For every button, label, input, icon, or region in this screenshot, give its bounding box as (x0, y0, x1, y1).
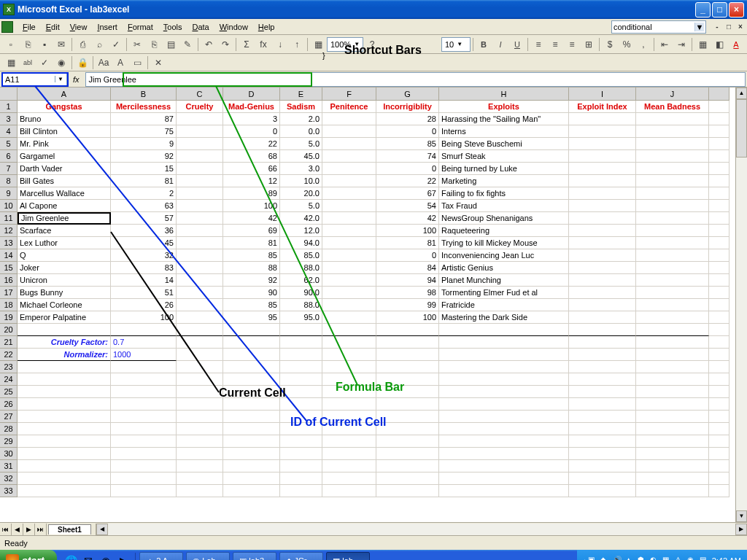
taskbar-task[interactable]: ▦lab... (326, 552, 370, 560)
abl-icon[interactable]: abl (20, 55, 36, 71)
data-cell[interactable] (280, 349, 322, 361)
autosum-icon[interactable]: Σ (239, 36, 255, 52)
data-cell[interactable] (636, 200, 709, 212)
data-cell[interactable] (439, 398, 569, 411)
data-cell[interactable] (636, 411, 709, 423)
data-cell[interactable]: 100 (376, 225, 439, 237)
cell[interactable] (709, 163, 729, 175)
row-header[interactable]: 10 (0, 200, 18, 212)
row-header[interactable]: 5 (0, 138, 18, 150)
taskbar-task[interactable]: ▣lab3 (233, 552, 276, 560)
data-cell[interactable] (177, 485, 223, 497)
data-cell[interactable]: Joker (18, 262, 111, 274)
spreadsheet-grid[interactable]: ABCDEFGHIJ1GangstasMercilessnessCrueltyM… (0, 88, 747, 522)
data-cell[interactable]: Artistic Genius (439, 262, 569, 274)
data-cell[interactable]: 69 (223, 225, 280, 237)
data-cell[interactable] (569, 274, 636, 287)
data-cell[interactable] (322, 361, 376, 373)
cell[interactable] (709, 175, 729, 187)
data-cell[interactable]: 20.0 (280, 187, 322, 200)
col-header[interactable]: I (569, 88, 636, 101)
ie-icon[interactable]: 🌐 (63, 553, 79, 560)
radio-icon[interactable]: ◉ (53, 55, 69, 71)
cell[interactable] (709, 187, 729, 200)
data-cell[interactable] (569, 398, 636, 411)
row-header[interactable]: 6 (0, 150, 18, 163)
security-icon[interactable]: 🔒 (74, 55, 90, 71)
data-cell[interactable] (636, 113, 709, 125)
vertical-scrollbar[interactable]: ▲ ▼ (735, 88, 747, 522)
menu-data[interactable]: Data (187, 21, 214, 33)
indent-dec-icon[interactable]: ⇤ (657, 36, 673, 52)
data-cell[interactable] (177, 411, 223, 423)
data-cell[interactable] (177, 274, 223, 287)
data-cell[interactable]: 100 (223, 200, 280, 212)
data-cell[interactable] (636, 460, 709, 472)
param-value[interactable]: 0.7 (111, 336, 177, 349)
data-cell[interactable] (177, 225, 223, 237)
data-cell[interactable]: Scarface (18, 225, 111, 237)
data-cell[interactable]: Bugs Bunny (18, 287, 111, 299)
data-cell[interactable] (322, 249, 376, 262)
cell[interactable] (709, 200, 729, 212)
data-cell[interactable] (177, 448, 223, 460)
data-cell[interactable]: Interns (439, 125, 569, 138)
data-cell[interactable] (569, 125, 636, 138)
data-cell[interactable]: Al Capone (18, 200, 111, 212)
data-cell[interactable]: 42 (376, 212, 439, 225)
header-cell[interactable]: Mean Badness (636, 101, 709, 113)
data-cell[interactable] (177, 125, 223, 138)
data-cell[interactable]: 45 (111, 237, 177, 249)
taskbar-task[interactable]: ◆JCr... (279, 552, 323, 560)
fill-color-icon[interactable]: ◧ (711, 36, 727, 52)
data-cell[interactable] (223, 361, 280, 373)
data-cell[interactable] (111, 373, 177, 386)
data-cell[interactable]: 75 (111, 125, 177, 138)
row-header[interactable]: 27 (0, 411, 18, 423)
data-cell[interactable]: Lex Luthor (18, 237, 111, 249)
data-cell[interactable]: Planet Munching (439, 274, 569, 287)
cell[interactable] (709, 138, 729, 150)
fx-label[interactable]: fx (73, 75, 80, 84)
col-header[interactable]: F (322, 88, 376, 101)
data-cell[interactable] (322, 200, 376, 212)
row-header[interactable]: 29 (0, 435, 18, 448)
data-cell[interactable] (376, 361, 439, 373)
col-header[interactable]: C (177, 88, 223, 101)
data-cell[interactable] (177, 472, 223, 485)
data-cell[interactable] (223, 411, 280, 423)
data-cell[interactable]: Bill Clinton (18, 125, 111, 138)
cell[interactable] (709, 398, 729, 411)
data-cell[interactable] (111, 435, 177, 448)
data-cell[interactable] (18, 361, 111, 373)
data-cell[interactable]: 88.0 (280, 262, 322, 274)
data-cell[interactable]: 2 (111, 187, 177, 200)
data-cell[interactable] (322, 287, 376, 299)
cell[interactable] (709, 423, 729, 435)
data-cell[interactable]: 81 (376, 237, 439, 249)
data-cell[interactable] (322, 187, 376, 200)
row-header[interactable]: 31 (0, 460, 18, 472)
data-cell[interactable] (177, 398, 223, 411)
data-cell[interactable]: Fratricide (439, 299, 569, 311)
data-cell[interactable] (322, 311, 376, 324)
sort-desc-icon[interactable]: ↑ (289, 36, 305, 52)
row-header[interactable]: 26 (0, 398, 18, 411)
data-cell[interactable] (223, 398, 280, 411)
fx-icon[interactable]: fx (255, 36, 271, 52)
data-cell[interactable] (636, 349, 709, 361)
formula-input[interactable]: Jim Greenlee (85, 72, 746, 87)
data-cell[interactable]: Raqueteering (439, 225, 569, 237)
data-cell[interactable]: 100 (111, 311, 177, 324)
data-cell[interactable] (636, 225, 709, 237)
data-cell[interactable] (439, 411, 569, 423)
row-header[interactable]: 7 (0, 163, 18, 175)
select-all-corner[interactable] (0, 88, 18, 101)
header-cell[interactable]: Penitence (322, 101, 376, 113)
data-cell[interactable]: 68 (223, 150, 280, 163)
data-cell[interactable]: 5.0 (280, 200, 322, 212)
data-cell[interactable] (223, 324, 280, 336)
data-cell[interactable]: 92 (223, 274, 280, 287)
data-cell[interactable] (636, 274, 709, 287)
data-cell[interactable]: Being turned by Luke (439, 163, 569, 175)
